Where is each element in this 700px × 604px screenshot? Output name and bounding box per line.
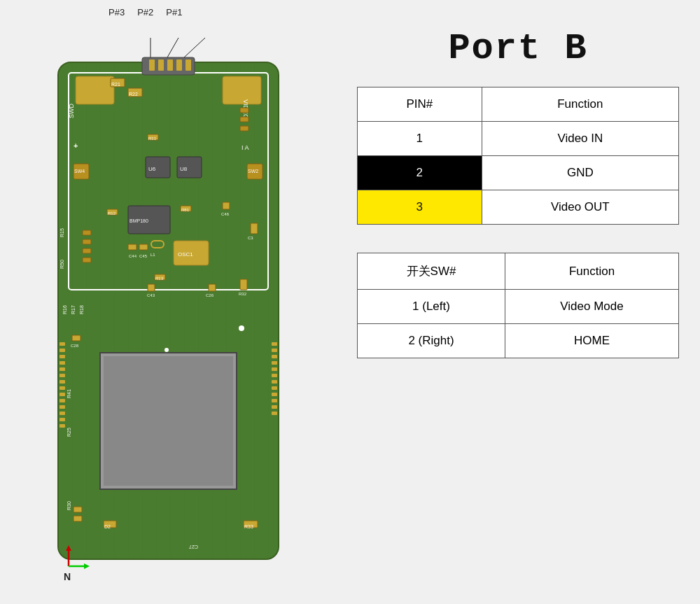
svg-text:BMP180: BMP180 [130,218,148,223]
svg-rect-14 [76,76,114,104]
svg-rect-86 [272,342,277,346]
svg-rect-88 [272,355,277,358]
svg-point-113 [239,325,244,331]
svg-text:R30: R30 [66,501,71,510]
svg-text:R12: R12 [108,211,116,216]
svg-text:C44: C44 [129,254,137,258]
svg-rect-74 [59,355,65,358]
pin-row-3: 3 Video OUT [358,190,679,225]
svg-rect-15 [223,76,261,104]
svg-text:C28: C28 [71,344,79,348]
svg-rect-79 [59,386,65,390]
port-title: Port B [448,28,587,69]
pin-3-number: 3 [358,190,482,225]
svg-rect-65 [83,258,91,262]
svg-rect-85 [59,424,65,428]
svg-rect-63 [83,239,91,244]
svg-rect-91 [272,374,277,377]
svg-rect-84 [59,418,65,421]
svg-text:L1: L1 [150,253,155,257]
svg-text:+: + [74,141,78,150]
pin-2-function: GND [482,156,678,190]
svg-text:SW2: SW2 [248,169,258,174]
svg-rect-87 [272,349,277,352]
svg-text:C27: C27 [189,545,198,549]
svg-rect-92 [272,380,277,384]
switch-table: 开关SW# Function 1 (Left) Video Mode 2 (Ri… [357,253,679,358]
svg-rect-75 [59,361,65,365]
pcb-drawing: SWD VIDEO R21 R22 SW4 SW2 + U6 U8 [44,24,293,584]
svg-rect-58 [209,284,216,291]
svg-text:C43: C43 [147,293,155,297]
svg-text:R22: R22 [129,92,138,97]
svg-text:I A: I A [241,144,249,151]
switch-row-2: 2 (Right) HOME [358,324,679,358]
sw-1-function: Video Mode [505,290,679,324]
svg-rect-44 [128,244,136,250]
svg-rect-105 [74,507,82,512]
svg-rect-83 [59,412,65,415]
svg-text:R25: R25 [66,428,71,437]
svg-text:C46: C46 [221,212,230,216]
svg-text:R15: R15 [59,228,64,237]
pin-2-number: 2 [358,156,482,190]
pin-row-2: 2 GND [358,156,679,190]
svg-rect-106 [74,516,82,521]
svg-rect-56 [148,284,155,291]
p1-label: P#1 [166,7,182,17]
svg-rect-67 [240,117,248,122]
svg-text:C3: C3 [248,236,253,240]
pin-1-number: 1 [358,122,482,156]
svg-rect-96 [272,405,277,409]
svg-text:SWD: SWD [68,104,75,118]
svg-text:R13: R13 [155,276,164,281]
svg-rect-66 [240,108,248,113]
svg-rect-39 [223,202,230,209]
pcb-svg: SWD VIDEO R21 R22 SW4 SW2 + U6 U8 [44,24,293,584]
pin-row-1: 1 Video IN [358,122,679,156]
svg-text:D2: D2 [104,524,111,529]
svg-point-114 [164,348,169,352]
pin-table: PIN# Function 1 Video IN 2 GND 3 Video O… [357,87,679,225]
pin-table-header-pin: PIN# [358,87,482,122]
svg-rect-6 [149,59,155,71]
pin-annotations: P#3 P#2 P#1 [108,7,182,17]
svg-rect-98 [72,335,80,341]
svg-rect-73 [59,349,65,352]
svg-rect-72 [59,342,65,346]
switch-table-header-function: Function [505,253,679,290]
p2-label: P#2 [137,7,153,17]
svg-text:U8: U8 [180,166,188,172]
svg-rect-80 [59,393,65,396]
svg-rect-68 [240,126,248,131]
svg-line-13 [184,38,205,57]
svg-text:U6: U6 [148,166,156,172]
svg-rect-82 [59,405,65,409]
svg-rect-64 [83,248,91,253]
svg-rect-76 [59,367,65,371]
svg-marker-118 [84,563,90,569]
svg-rect-89 [272,361,277,365]
svg-text:R50: R50 [59,260,64,269]
svg-text:R41: R41 [66,389,71,398]
switch-table-header-sw: 开关SW# [358,253,505,290]
svg-rect-9 [176,59,182,71]
svg-text:R16: R16 [62,305,67,314]
svg-rect-97 [272,412,277,415]
svg-text:C26: C26 [206,293,214,297]
svg-rect-94 [272,393,277,396]
svg-text:N: N [64,571,71,582]
p3-label: P#3 [108,7,125,17]
pcb-section: P#3 P#2 P#1 [0,0,336,604]
svg-text:R32: R32 [239,292,247,296]
sw-2-name: 2 (Right) [358,324,505,358]
svg-text:C45: C45 [139,254,148,258]
svg-line-12 [167,38,178,57]
svg-text:R21: R21 [111,82,120,87]
svg-rect-50 [251,223,258,234]
svg-rect-81 [59,399,65,402]
svg-rect-60 [240,279,247,290]
svg-text:OSC1: OSC1 [178,251,193,258]
svg-text:R18: R18 [79,305,84,314]
pin-table-header-function: Function [482,87,678,122]
